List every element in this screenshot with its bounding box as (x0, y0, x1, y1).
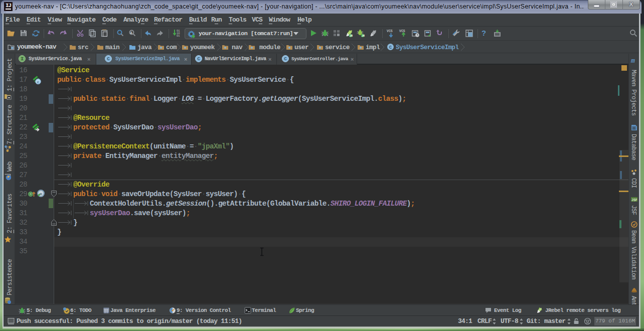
svg-text:JR: JR (350, 35, 353, 38)
svg-text:VCS: VCS (399, 30, 405, 33)
svg-text:C: C (389, 45, 392, 50)
svg-text:m: m (40, 192, 42, 196)
svg-text:JR: JR (362, 35, 365, 38)
svg-text:c: c (37, 80, 40, 84)
svg-text:01: 01 (177, 34, 180, 38)
svg-text:JSF: JSF (631, 199, 637, 202)
svg-text:m: m (630, 57, 635, 64)
svg-text:VCS: VCS (387, 30, 393, 33)
